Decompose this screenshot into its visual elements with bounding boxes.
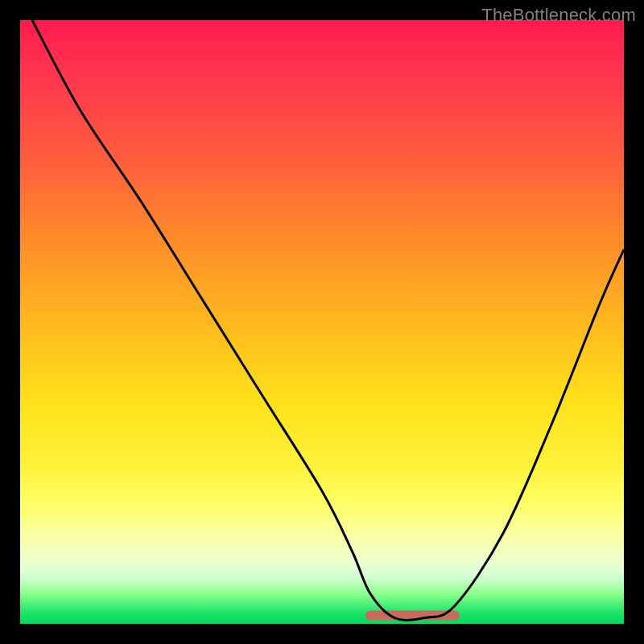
chart-frame: TheBottleneck.com [0, 0, 644, 644]
bottleneck-curve [32, 20, 624, 620]
plot-area [20, 20, 624, 624]
curve-layer [20, 20, 624, 624]
watermark-text: TheBottleneck.com [481, 5, 636, 26]
